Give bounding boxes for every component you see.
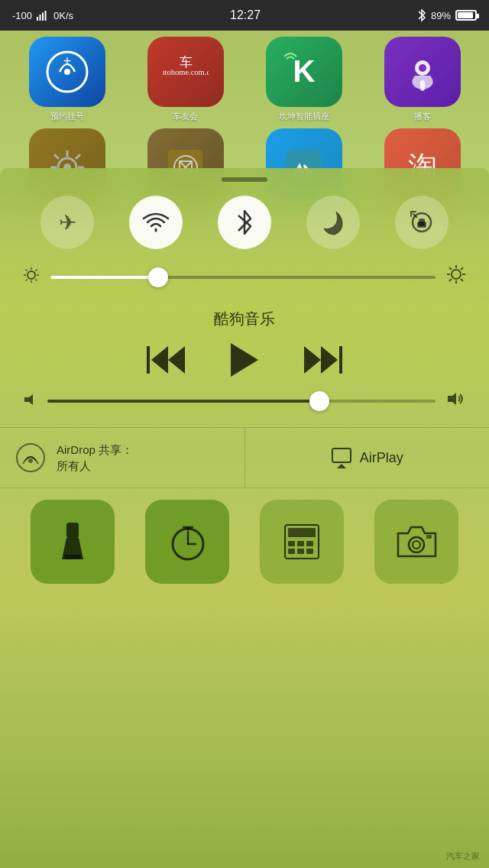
svg-rect-34 — [417, 222, 426, 228]
toggle-row: ✈ — [0, 188, 489, 261]
network-speed: 0K/s — [53, 10, 73, 21]
svg-marker-54 — [448, 393, 456, 405]
svg-line-51 — [449, 279, 452, 281]
volume-fill — [47, 400, 319, 403]
watermark: 汽车之家 — [446, 850, 480, 862]
rewind-button[interactable] — [147, 346, 185, 374]
status-left: -100 0K/s — [12, 10, 73, 21]
app-icon-medical: + — [29, 37, 105, 107]
svg-text:K: K — [293, 54, 316, 88]
svg-text:车: 车 — [179, 55, 192, 69]
speaker-low-icon — [23, 393, 37, 406]
brightness-low-icon — [23, 267, 40, 288]
svg-rect-12 — [420, 80, 425, 91]
brightness-fill — [50, 276, 158, 279]
status-bar: -100 0K/s 12:27 89% — [0, 0, 489, 31]
volume-thumb[interactable] — [309, 391, 329, 411]
signal-strength: -100 — [12, 10, 32, 21]
podcast-icon — [401, 51, 443, 93]
svg-point-35 — [28, 271, 35, 279]
volume-slider-row — [23, 390, 466, 412]
svg-rect-76 — [426, 535, 432, 539]
auto-icon: autohome.com.cn 车 — [163, 53, 209, 91]
airplay-section[interactable]: AirPlay — [245, 428, 490, 487]
svg-marker-58 — [337, 464, 346, 468]
calculator-icon — [282, 522, 322, 562]
camera-button[interactable] — [374, 500, 458, 584]
svg-rect-0 — [37, 17, 38, 21]
app-icon-wrapper-kugou[interactable]: K 坎坤智能插座 — [244, 31, 363, 122]
airdrop-icon — [15, 442, 46, 473]
airdrop-sublabel: 所有人 — [57, 458, 133, 474]
brightness-thumb[interactable] — [148, 267, 168, 287]
rotation-lock-toggle[interactable] — [395, 196, 449, 249]
svg-line-19 — [54, 154, 59, 159]
svg-rect-70 — [306, 541, 313, 546]
brightness-track[interactable] — [50, 276, 436, 279]
sun-small-icon — [23, 267, 40, 283]
bluetooth-status-icon — [417, 8, 426, 22]
status-right: 89% — [417, 8, 477, 22]
svg-rect-59 — [66, 523, 79, 538]
svg-rect-1 — [40, 15, 41, 21]
app-icon-kugou: K — [266, 37, 342, 107]
ff-icon — [304, 346, 342, 374]
svg-line-43 — [36, 269, 37, 270]
timer-button[interactable] — [145, 500, 229, 584]
airplay-icon — [331, 447, 352, 468]
handle-bar — [222, 177, 267, 182]
airdrop-text: AirDrop 共享： 所有人 — [57, 442, 133, 474]
svg-rect-60 — [64, 555, 81, 559]
svg-line-40 — [26, 269, 28, 270]
play-button[interactable] — [231, 343, 258, 377]
svg-text:autohome.com.cn: autohome.com.cn — [163, 68, 209, 76]
svg-line-49 — [449, 267, 452, 270]
speaker-high-icon — [446, 390, 466, 407]
app-label-kugou: 坎坤智能插座 — [279, 111, 329, 122]
svg-rect-68 — [288, 541, 295, 546]
app-icon-wrapper-medical[interactable]: + 预约挂号 — [8, 31, 126, 122]
svg-rect-2 — [42, 12, 44, 21]
flashlight-icon — [56, 521, 89, 563]
svg-marker-53 — [24, 394, 33, 405]
music-app-name: 酷狗音乐 — [23, 309, 466, 329]
airdrop-airplay-row: AirDrop 共享： 所有人 AirPlay — [0, 427, 489, 487]
rotation-lock-icon — [408, 209, 436, 236]
sun-large-icon — [446, 264, 466, 284]
airdrop-label: AirDrop 共享： — [57, 442, 133, 458]
svg-line-50 — [461, 279, 463, 281]
app-label-medical: 预约挂号 — [50, 111, 84, 122]
wifi-toggle[interactable] — [129, 196, 183, 249]
app-label-podcast: 播客 — [414, 111, 431, 122]
battery-fill — [458, 12, 473, 18]
do-not-disturb-toggle[interactable] — [306, 196, 360, 249]
brightness-high-icon — [446, 264, 466, 290]
svg-rect-69 — [297, 541, 304, 546]
airdrop-section[interactable]: AirDrop 共享： 所有人 — [0, 428, 245, 487]
app-label-auto: 车友会 — [173, 111, 198, 122]
svg-rect-73 — [306, 549, 313, 554]
volume-track[interactable] — [47, 400, 436, 403]
app-icon-wrapper-podcast[interactable]: 播客 — [363, 31, 481, 122]
app-icon-auto: autohome.com.cn 车 — [147, 37, 224, 107]
svg-line-22 — [76, 154, 80, 159]
bluetooth-toggle[interactable] — [218, 196, 271, 249]
flashlight-button[interactable] — [31, 500, 115, 584]
svg-line-52 — [461, 267, 463, 270]
svg-rect-71 — [288, 549, 295, 554]
app-icon-wrapper-auto[interactable]: autohome.com.cn 车 车友会 — [126, 31, 244, 122]
airplane-mode-toggle[interactable]: ✈ — [40, 196, 94, 249]
bluetooth-icon — [234, 208, 255, 237]
play-icon — [231, 343, 258, 377]
svg-text:+: + — [63, 53, 71, 69]
wifi-icon — [141, 211, 170, 234]
volume-low-icon — [23, 393, 37, 410]
medical-icon: + — [44, 49, 90, 95]
battery-icon — [455, 10, 477, 21]
app-icon-podcast — [384, 37, 461, 107]
kugou-icon: K — [283, 51, 325, 93]
svg-point-74 — [409, 537, 424, 552]
quick-actions — [0, 487, 489, 599]
fast-forward-button[interactable] — [304, 346, 342, 374]
calculator-button[interactable] — [260, 500, 344, 584]
